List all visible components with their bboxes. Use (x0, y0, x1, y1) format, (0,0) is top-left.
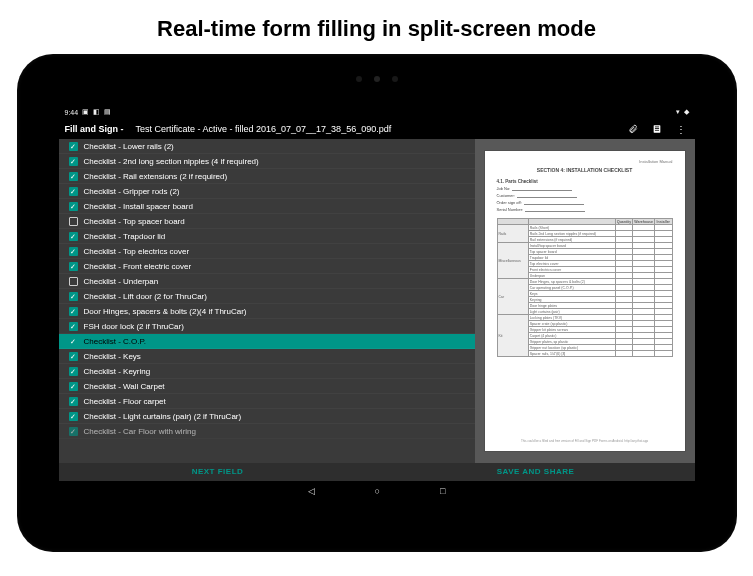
checklist-item-label: Checklist - Trapdoor lid (84, 232, 166, 241)
recents-icon[interactable]: □ (440, 486, 445, 496)
checkbox[interactable]: ✓ (69, 262, 78, 271)
statusbar: 9:44 ▣ ◧ ▤ ▾ ◆ (59, 105, 695, 119)
home-icon[interactable]: ○ (375, 486, 380, 496)
checkbox[interactable]: ✓ (69, 352, 78, 361)
checkbox[interactable]: ✓ (69, 202, 78, 211)
footer-actions: NEXT FIELD SAVE AND SHARE (59, 463, 695, 481)
pdf-form-field: Order sign off: (497, 200, 673, 205)
checklist-item-label: Checklist - Front electric cover (84, 262, 192, 271)
checklist-item-label: Checklist - Wall Carpet (84, 382, 165, 391)
form-panel: ✓Checklist - Lower rails (2)✓Checklist -… (59, 139, 475, 463)
checkbox[interactable]: ✓ (69, 142, 78, 151)
checkbox[interactable]: ✓ (69, 292, 78, 301)
checklist-item[interactable]: ✓Checklist - Front electric cover (59, 259, 475, 274)
checklist-items: ✓Checklist - Lower rails (2)✓Checklist -… (59, 139, 475, 463)
pdf-form-field: Customer: (497, 193, 673, 198)
android-navbar: ◁ ○ □ (59, 481, 695, 501)
pdf-form-field: Serial Number: (497, 207, 673, 212)
checklist-item[interactable]: ✓FSH door lock (2 if ThruCar) (59, 319, 475, 334)
checklist-item-label: Checklist - Top electrics cover (84, 247, 190, 256)
checklist-item-label: Door Hinges, spacers & bolts (2)(4 if Th… (84, 307, 247, 316)
checklist-item-label: Checklist - Keys (84, 352, 141, 361)
checkbox[interactable]: ✓ (69, 367, 78, 376)
pdf-form-field: Job No: (497, 186, 673, 191)
checklist-item[interactable]: ✓Checklist - Car Floor with wiring (59, 424, 475, 439)
battery-icon: ◆ (684, 108, 689, 116)
checklist-item[interactable]: ✓Checklist - Keys (59, 349, 475, 364)
camera-dot (374, 76, 380, 82)
checklist-item[interactable]: ✓Checklist - C.O.P. (59, 334, 475, 349)
svg-rect-1 (654, 127, 658, 128)
checkbox[interactable]: ✓ (69, 337, 78, 346)
tablet-frame: 9:44 ▣ ◧ ▤ ▾ ◆ Fill and Sign - Test Cert… (17, 54, 737, 552)
checkbox[interactable]: ✓ (69, 187, 78, 196)
wifi-icon: ▾ (676, 108, 680, 116)
svg-rect-3 (654, 130, 658, 131)
checkbox[interactable]: ✓ (69, 382, 78, 391)
attach-icon[interactable] (625, 124, 641, 134)
checkbox[interactable]: ✓ (69, 172, 78, 181)
save-share-button[interactable]: SAVE AND SHARE (377, 463, 695, 481)
checklist-item-label: Checklist - Underpan (84, 277, 159, 286)
checklist-item-label: Checklist - Install spacer board (84, 202, 193, 211)
statusbar-time: 9:44 (65, 109, 79, 116)
checklist-item-label: Checklist - Rail extensions (2 if requir… (84, 172, 228, 181)
screen: 9:44 ▣ ◧ ▤ ▾ ◆ Fill and Sign - Test Cert… (59, 105, 695, 501)
checklist-item[interactable]: ✓Door Hinges, spacers & bolts (2)(4 if T… (59, 304, 475, 319)
checklist-item-label: Checklist - C.O.P. (84, 337, 147, 346)
checkbox[interactable]: ✓ (69, 307, 78, 316)
statusbar-icon: ▣ (82, 108, 89, 116)
checklist-item[interactable]: ✓Checklist - Rail extensions (2 if requi… (59, 169, 475, 184)
checklist-item-label: Checklist - Car Floor with wiring (84, 427, 196, 436)
checklist-item-label: Checklist - Floor carpet (84, 397, 166, 406)
checklist-item-label: Checklist - Lift door (2 for ThruCar) (84, 292, 207, 301)
checklist-item[interactable]: ✓Checklist - 2nd long section nipples (4… (59, 154, 475, 169)
checkbox[interactable]: ✓ (69, 232, 78, 241)
pdf-preview-panel[interactable]: Installation Manual SECTION 4: INSTALLAT… (475, 139, 695, 463)
pdf-section-title: SECTION 4: INSTALLATION CHECKLIST (497, 167, 673, 173)
statusbar-icon: ◧ (93, 108, 100, 116)
checkbox[interactable] (69, 277, 78, 286)
checkbox[interactable]: ✓ (69, 412, 78, 421)
checkbox[interactable]: ✓ (69, 397, 78, 406)
checklist-item[interactable]: ✓Checklist - Trapdoor lid (59, 229, 475, 244)
checkbox[interactable] (69, 217, 78, 226)
checklist-item[interactable]: ✓Checklist - Install spacer board (59, 199, 475, 214)
statusbar-icon: ▤ (104, 108, 111, 116)
checklist-item[interactable]: ✓Checklist - Gripper rods (2) (59, 184, 475, 199)
checklist-item-label: Checklist - 2nd long section nipples (4 … (84, 157, 259, 166)
checklist-item-label: Checklist - Top spacer board (84, 217, 185, 226)
checklist-item[interactable]: ✓Checklist - Top electrics cover (59, 244, 475, 259)
pdf-page: Installation Manual SECTION 4: INSTALLAT… (485, 151, 685, 451)
checklist-item-label: Checklist - Gripper rods (2) (84, 187, 180, 196)
checklist-item[interactable]: Checklist - Underpan (59, 274, 475, 289)
pdf-header: Installation Manual (639, 159, 672, 164)
more-icon[interactable]: ⋮ (673, 124, 689, 135)
checklist-item[interactable]: ✓Checklist - Lower rails (2) (59, 139, 475, 154)
content-area: ✓Checklist - Lower rails (2)✓Checklist -… (59, 139, 695, 463)
checklist-item[interactable]: Checklist - Top spacer board (59, 214, 475, 229)
checklist-item[interactable]: ✓Checklist - Wall Carpet (59, 379, 475, 394)
appbar: Fill and Sign - Test Certificate - Activ… (59, 119, 695, 139)
checklist-item[interactable]: ✓Checklist - Floor carpet (59, 394, 475, 409)
document-filename: Test Certificate - Active - filled 2016_… (136, 124, 392, 134)
checklist-item-label: Checklist - Keyring (84, 367, 151, 376)
checkbox[interactable]: ✓ (69, 322, 78, 331)
page-icon[interactable] (649, 124, 665, 134)
app-title: Fill and Sign - (65, 124, 124, 134)
checklist-item-label: Checklist - Lower rails (2) (84, 142, 174, 151)
next-field-button[interactable]: NEXT FIELD (59, 463, 377, 481)
checklist-item-label: FSH door lock (2 if ThruCar) (84, 322, 184, 331)
checklist-item[interactable]: ✓Checklist - Lift door (2 for ThruCar) (59, 289, 475, 304)
checkbox[interactable]: ✓ (69, 157, 78, 166)
back-icon[interactable]: ◁ (308, 486, 315, 496)
checklist-item-label: Checklist - Light curtains (pair) (2 if … (84, 412, 242, 421)
checkbox[interactable]: ✓ (69, 247, 78, 256)
pdf-footer-note: This could be a filled and free version … (497, 439, 673, 443)
checklist-item[interactable]: ✓Checklist - Light curtains (pair) (2 if… (59, 409, 475, 424)
checkbox[interactable]: ✓ (69, 427, 78, 436)
checklist-item[interactable]: ✓Checklist - Keyring (59, 364, 475, 379)
pdf-table: QuantityWarehouseInstallerRailsRails (Sh… (497, 218, 673, 357)
pdf-subtitle: 4.1. Parts Checklist (497, 179, 673, 184)
svg-rect-2 (654, 128, 658, 129)
